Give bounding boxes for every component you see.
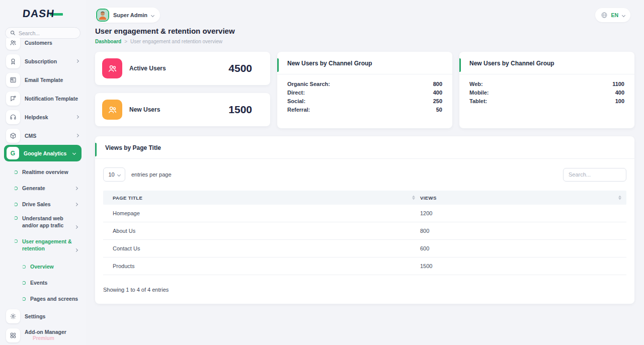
channel-group-card-2: New Users by Channel Group Web: 1100 Mob… — [459, 52, 634, 128]
sidebar-subitem-drive-sales[interactable]: Drive Sales — [0, 196, 86, 212]
sidebar-subitem-label: Understand web and/or app trafic — [22, 215, 74, 229]
sidebar-item-label: Email Template — [25, 77, 63, 83]
metric-label: Referral: — [287, 106, 310, 114]
bullet-icon — [14, 239, 18, 243]
chevron-down-icon — [117, 172, 121, 176]
sidebar-item-cms[interactable]: CMS — [0, 126, 86, 145]
sidebar-item-label: Helpdesk — [25, 114, 48, 120]
accent-bar — [459, 58, 461, 72]
chevron-down-icon — [72, 151, 76, 155]
sidebar-leaf-label: Overview — [30, 264, 54, 270]
sidebar-item-helpdesk[interactable]: Helpdesk — [0, 108, 86, 126]
new-users-card: New Users 1500 — [95, 93, 270, 126]
card-body: Organic Search: 800 Direct: 400 Social: … — [277, 74, 452, 114]
bullet-icon — [14, 203, 18, 206]
app-root: DASH Customers Subscription — [0, 0, 644, 345]
sidebar-item-google-analytics[interactable]: G Google Analytics — [4, 145, 82, 161]
table-row: Contact Us 600 — [103, 240, 626, 257]
chevron-right-icon — [75, 134, 79, 137]
chevron-right-icon — [75, 59, 79, 63]
globe-icon — [601, 12, 608, 19]
notification-icon — [6, 92, 20, 106]
sidebar-subitem-user-engagement-retention[interactable]: User engagement & retention — [0, 235, 86, 258]
cell-page-title: About Us — [103, 228, 420, 234]
metric-row: Direct: 400 — [287, 89, 442, 97]
table-controls: 10 entries per page — [103, 167, 626, 182]
cell-views: 1500 — [420, 263, 626, 269]
sidebar-search[interactable] — [5, 27, 80, 39]
card-title: New Users by Channel Group — [277, 52, 452, 74]
entries-per-page-select[interactable]: 10 — [103, 167, 125, 182]
metric-label: Web: — [469, 80, 483, 89]
entries-per-page-label: entries per page — [131, 171, 172, 178]
gear-icon — [6, 309, 20, 323]
metric-label: Social: — [287, 97, 305, 106]
sidebar-leaf-overview[interactable]: Overview — [0, 258, 86, 275]
sidebar-item-customers[interactable]: Customers — [0, 38, 86, 52]
user-menu[interactable]: Super Admin — [95, 8, 160, 23]
stats-row: Active Users 4500 New Users 1500 New Use… — [95, 52, 634, 128]
channel-group-card-1: New Users by Channel Group Organic Searc… — [277, 52, 452, 128]
column-header-label: PAGE TITLE — [113, 195, 142, 201]
cell-page-title: Contact Us — [103, 245, 420, 251]
avatar — [96, 9, 109, 22]
sidebar-subitem-realtime-overview[interactable]: Realtime overview — [0, 164, 86, 180]
stat-label: Active Users — [129, 65, 166, 72]
headset-icon — [6, 110, 20, 124]
layout-icon — [6, 73, 20, 87]
chevron-down-icon — [622, 13, 625, 17]
users-icon — [102, 58, 122, 78]
sidebar-item-label: Notification Template — [25, 96, 78, 102]
cell-views: 1200 — [420, 210, 626, 216]
column-header-label: VIEWS — [420, 195, 437, 201]
sidebar-item-label: Customers — [25, 40, 52, 46]
sidebar-item-label: Settings — [25, 313, 45, 319]
sidebar-search-input[interactable] — [19, 30, 74, 36]
metric-row: Web: 1100 — [469, 80, 624, 89]
stat-label: New Users — [129, 106, 160, 113]
sidebar-item-settings[interactable]: Settings — [0, 307, 86, 325]
language-selector[interactable]: EN — [595, 8, 630, 22]
metric-label: Direct: — [287, 89, 305, 97]
topbar: Super Admin EN — [95, 0, 634, 25]
views-table: PAGE TITLE VIEWS Homepage 1200 About Us … — [103, 191, 626, 275]
metric-row: Tablet: 100 — [469, 97, 624, 106]
bullet-icon — [22, 281, 26, 285]
metric-label: Organic Search: — [287, 80, 330, 89]
breadcrumb-dashboard-link[interactable]: Dashboard — [95, 39, 121, 44]
metric-label: Tablet: — [469, 97, 487, 106]
sidebar-item-label: Google Analytics — [24, 150, 66, 156]
sidebar-item-notification-template[interactable]: Notification Template — [0, 89, 86, 108]
metric-row: Mobile: 400 — [469, 89, 624, 97]
brand-logo[interactable]: DASH — [0, 0, 86, 23]
breadcrumb-separator: > — [124, 39, 127, 44]
sort-icon — [412, 196, 415, 200]
metric-value: 50 — [436, 106, 442, 114]
sidebar-item-email-template[interactable]: Email Template — [0, 70, 86, 89]
sidebar-subitem-generate[interactable]: Generate — [0, 180, 86, 196]
table-row: Homepage 1200 — [103, 205, 626, 222]
sidebar-item-subscription[interactable]: Subscription — [0, 52, 86, 70]
sidebar-item-label: Add-on Manager — [25, 329, 66, 335]
sidebar-subitem-label: Realtime overview — [22, 169, 68, 175]
chevron-right-icon — [75, 115, 79, 119]
stat-value: 1500 — [228, 104, 252, 116]
accent-bar — [95, 143, 97, 156]
breadcrumb-current: User engagement and retention overview — [130, 39, 222, 44]
sidebar-leaf-events[interactable]: Events — [0, 275, 86, 291]
sidebar-leaf-pages-and-screens[interactable]: Pages and screens — [0, 291, 86, 307]
sidebar-item-addon-manager[interactable]: Add-on Manager Premium — [0, 325, 86, 345]
table-search-input[interactable] — [563, 168, 626, 182]
table-footer-status: Showing 1 to 4 of 4 entries — [103, 287, 626, 293]
column-header-views[interactable]: VIEWS — [420, 195, 626, 201]
sidebar-subitem-understand-web-traffic[interactable]: Understand web and/or app trafic — [0, 212, 86, 235]
metric-value: 1100 — [612, 80, 624, 89]
metric-value: 250 — [433, 97, 442, 106]
package-icon — [6, 129, 20, 143]
column-header-page-title[interactable]: PAGE TITLE — [103, 195, 420, 201]
sidebar-subitem-label: Drive Sales — [22, 201, 51, 207]
search-icon — [10, 30, 16, 36]
cell-views: 800 — [420, 228, 626, 234]
language-code: EN — [611, 12, 618, 18]
card-body: Web: 1100 Mobile: 400 Tablet: 100 — [459, 74, 634, 106]
